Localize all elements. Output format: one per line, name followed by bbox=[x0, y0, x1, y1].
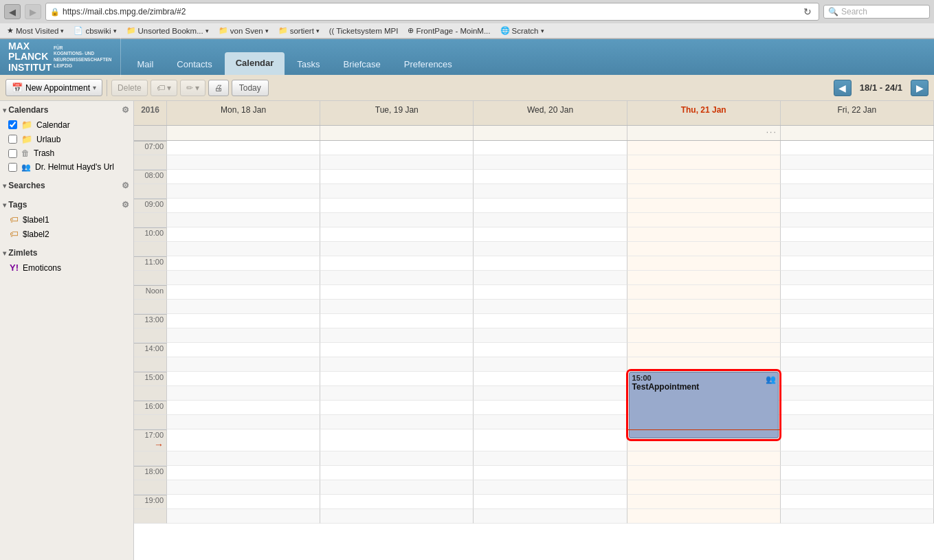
cal-cell-16-2[interactable] bbox=[474, 372, 627, 386]
cal-cell-23-2[interactable] bbox=[474, 480, 627, 495]
cal-cell-16-1[interactable] bbox=[320, 372, 474, 386]
cal-cell-23-3[interactable] bbox=[627, 480, 781, 495]
cal-cell-1-3[interactable] bbox=[627, 155, 781, 170]
cal-cell-0-3[interactable] bbox=[627, 141, 781, 155]
cal-cell-8-4[interactable] bbox=[781, 256, 934, 271]
cal-cell-14-1[interactable] bbox=[320, 343, 474, 357]
cal-cell-3-1[interactable] bbox=[320, 184, 474, 199]
cal-cell-11-3[interactable] bbox=[627, 300, 781, 314]
cal-cell-13-4[interactable] bbox=[781, 328, 934, 343]
cal-cell-6-2[interactable] bbox=[474, 227, 627, 242]
cal-cell-8-1[interactable] bbox=[320, 256, 474, 271]
cal-cell-24-4[interactable] bbox=[781, 495, 934, 509]
cal-cell-7-0[interactable] bbox=[167, 242, 320, 256]
cal-cell-5-4[interactable] bbox=[781, 213, 934, 227]
cal-cell-11-4[interactable] bbox=[781, 300, 934, 314]
cal-cell-25-2[interactable] bbox=[474, 509, 627, 524]
cal-cell-1-4[interactable] bbox=[781, 155, 934, 170]
cal-cell-14-3[interactable] bbox=[627, 343, 781, 357]
cal-cell-7-1[interactable] bbox=[320, 242, 474, 256]
cal-cell-6-4[interactable] bbox=[781, 227, 934, 242]
cal-cell-12-4[interactable] bbox=[781, 314, 934, 328]
cal-cell-5-0[interactable] bbox=[167, 213, 320, 227]
cal-cell-23-1[interactable] bbox=[320, 480, 474, 495]
cal-cell-4-3[interactable] bbox=[627, 199, 781, 213]
cal-cell-19-4[interactable] bbox=[781, 415, 934, 429]
calendar-checkbox-shared[interactable] bbox=[8, 163, 17, 172]
cal-cell-9-2[interactable] bbox=[474, 271, 627, 285]
cal-cell-24-2[interactable] bbox=[474, 495, 627, 509]
cal-cell-2-3[interactable] bbox=[627, 170, 781, 184]
cal-cell-21-3[interactable] bbox=[627, 451, 781, 466]
cal-cell-12-0[interactable] bbox=[167, 314, 320, 328]
tag-button[interactable]: 🏷 ▾ bbox=[151, 80, 177, 96]
cal-cell-1-1[interactable] bbox=[320, 155, 474, 170]
cal-cell-9-0[interactable] bbox=[167, 271, 320, 285]
calendars-gear-icon[interactable]: ⚙ bbox=[122, 105, 129, 115]
cal-cell-5-2[interactable] bbox=[474, 213, 627, 227]
allday-cell-tue[interactable] bbox=[320, 126, 474, 140]
cal-cell-17-1[interactable] bbox=[320, 386, 474, 401]
cal-cell-14-4[interactable] bbox=[781, 343, 934, 357]
cal-cell-4-2[interactable] bbox=[474, 199, 627, 213]
tags-header[interactable]: ▾ Tags ⚙ bbox=[0, 196, 133, 212]
cal-cell-21-0[interactable] bbox=[167, 451, 320, 466]
cal-cell-2-1[interactable] bbox=[320, 170, 474, 184]
cal-cell-10-2[interactable] bbox=[474, 285, 627, 300]
cal-cell-17-2[interactable] bbox=[474, 386, 627, 401]
zimlets-header[interactable]: ▾ Zimlets bbox=[0, 244, 133, 260]
cal-cell-21-4[interactable] bbox=[781, 451, 934, 466]
calendar-checkbox-calendar[interactable] bbox=[8, 120, 17, 129]
bookmark-von-sven[interactable]: 📁von Sven▾ bbox=[214, 25, 273, 36]
bookmark-scratch[interactable]: 🌐Scratch▾ bbox=[496, 25, 548, 36]
cal-cell-11-1[interactable] bbox=[320, 300, 474, 314]
cal-cell-14-0[interactable] bbox=[167, 343, 320, 357]
cal-cell-12-1[interactable] bbox=[320, 314, 474, 328]
cal-cell-4-1[interactable] bbox=[320, 199, 474, 213]
zimlet-item-emoticons[interactable]: Y! Emoticons bbox=[0, 260, 133, 275]
tag-item-label1[interactable]: 🏷 $label1 bbox=[0, 212, 133, 227]
allday-cell-thu[interactable]: ··· bbox=[627, 126, 781, 140]
cal-cell-18-2[interactable] bbox=[474, 401, 627, 415]
cal-cell-14-2[interactable] bbox=[474, 343, 627, 357]
cal-cell-22-1[interactable] bbox=[320, 466, 474, 480]
edit-button[interactable]: ✏ ▾ bbox=[180, 80, 205, 96]
cal-cell-20-2[interactable] bbox=[474, 429, 627, 451]
cal-cell-10-4[interactable] bbox=[781, 285, 934, 300]
cal-cell-2-2[interactable] bbox=[474, 170, 627, 184]
delete-button[interactable]: Delete bbox=[111, 80, 148, 96]
cal-cell-2-0[interactable] bbox=[167, 170, 320, 184]
cal-cell-0-1[interactable] bbox=[320, 141, 474, 155]
cal-cell-11-0[interactable] bbox=[167, 300, 320, 314]
calendar-item-trash[interactable]: 🗑 Trash bbox=[0, 146, 133, 160]
cal-cell-24-0[interactable] bbox=[167, 495, 320, 509]
cal-cell-7-2[interactable] bbox=[474, 242, 627, 256]
cal-cell-25-4[interactable] bbox=[781, 509, 934, 524]
allday-cell-mon[interactable] bbox=[167, 126, 320, 140]
cal-cell-15-0[interactable] bbox=[167, 357, 320, 372]
cal-cell-0-2[interactable] bbox=[474, 141, 627, 155]
cal-cell-0-0[interactable] bbox=[167, 141, 320, 155]
cal-cell-10-0[interactable] bbox=[167, 285, 320, 300]
bookmark-sortiert[interactable]: 📁sortiert▾ bbox=[274, 25, 324, 36]
cal-cell-16-3[interactable]: 👥 15:00 TestAppointment bbox=[627, 372, 781, 386]
cal-cell-22-4[interactable] bbox=[781, 466, 934, 480]
cal-cell-9-4[interactable] bbox=[781, 271, 934, 285]
cal-cell-3-0[interactable] bbox=[167, 184, 320, 199]
bookmark-cbswiki[interactable]: 📄cbswiki▾ bbox=[69, 25, 120, 36]
cal-cell-10-3[interactable] bbox=[627, 285, 781, 300]
cal-cell-25-3[interactable] bbox=[627, 509, 781, 524]
nav-tab-tasks[interactable]: Tasks bbox=[286, 54, 331, 75]
cal-cell-22-3[interactable] bbox=[627, 466, 781, 480]
tags-gear-icon[interactable]: ⚙ bbox=[122, 200, 129, 210]
cal-cell-19-1[interactable] bbox=[320, 415, 474, 429]
cal-cell-7-4[interactable] bbox=[781, 242, 934, 256]
cal-cell-6-0[interactable] bbox=[167, 227, 320, 242]
cal-cell-22-0[interactable] bbox=[167, 466, 320, 480]
cal-cell-16-4[interactable] bbox=[781, 372, 934, 386]
cal-cell-16-0[interactable] bbox=[167, 372, 320, 386]
cal-cell-17-0[interactable] bbox=[167, 386, 320, 401]
cal-cell-10-1[interactable] bbox=[320, 285, 474, 300]
cal-cell-24-3[interactable] bbox=[627, 495, 781, 509]
cal-cell-18-0[interactable] bbox=[167, 401, 320, 415]
